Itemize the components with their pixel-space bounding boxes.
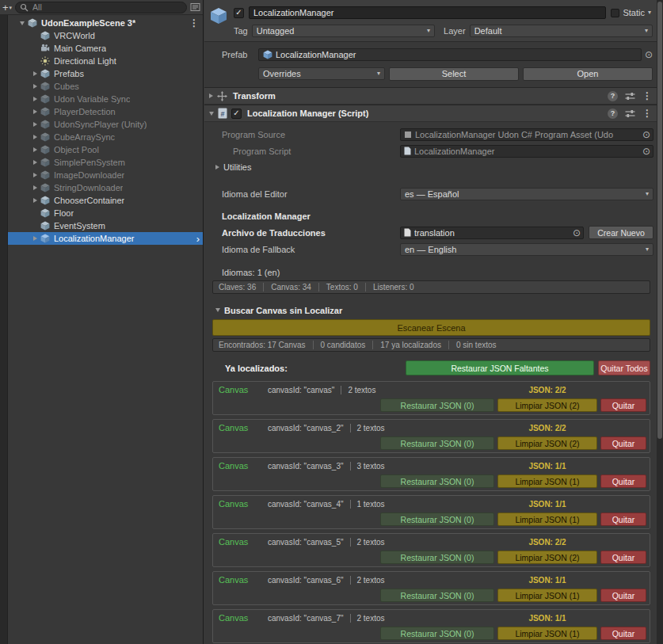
open-prefab-chevron-icon[interactable]: › [196,234,200,244]
clean-json-button[interactable]: Limpiar JSON (2) [497,398,597,412]
program-script-field[interactable]: LocalizationManager ⊙ [400,145,653,158]
hierarchy-item-udon-variable-sync[interactable]: Udon Variable Sync [8,93,203,105]
search-input[interactable] [31,2,182,13]
restore-json-button[interactable]: Restaurar JSON (0) [380,627,494,640]
expand-arrow-icon[interactable] [30,173,40,177]
hierarchy-item-stringdownloader[interactable]: StringDownloader [8,181,203,194]
scene-kebab-menu-icon[interactable]: ⋮ [189,18,199,28]
expand-arrow-icon[interactable] [30,109,40,114]
fallback-language-dropdown[interactable]: en — English ▾ [400,243,653,256]
gameobject-name-input[interactable] [249,6,606,19]
restore-missing-json-button[interactable]: Restaurar JSON Faltantes [406,360,594,375]
create-new-button[interactable]: Crear Nuevo [589,226,653,239]
hierarchy-item-object-pool[interactable]: Object Pool [8,143,203,156]
collapse-arrow-icon[interactable] [17,21,27,25]
target-picker-icon[interactable]: ⊙ [642,147,650,156]
clean-json-button[interactable]: Limpiar JSON (1) [497,474,597,488]
select-button[interactable]: Select [389,67,519,81]
expand-arrow-icon[interactable] [30,185,40,190]
hierarchy-item-choosercontainer[interactable]: ChooserContainer [8,194,203,207]
remove-canvas-button[interactable]: Quitar [600,436,646,450]
inspector-scrollbar[interactable] [657,0,663,644]
static-dropdown[interactable]: Static ▾ [611,8,653,17]
remove-all-button[interactable]: Quitar Todos [598,360,650,375]
script-component-header[interactable]: # ✓ Localization Manager (Script) ? ⋮ [204,105,657,122]
target-picker-icon[interactable]: ⊙ [642,130,650,139]
restore-json-button[interactable]: Restaurar JSON (0) [380,513,494,526]
hierarchy-item-floor[interactable]: Floor [8,207,203,219]
remove-canvas-button[interactable]: Quitar [600,589,646,602]
canvas-entry-id: canvasId: "canvas_6" [268,576,344,585]
scrollbar-thumb[interactable] [657,2,662,439]
hierarchy-item-eventsystem[interactable]: EventSystem [8,219,203,232]
hierarchy-item-cubearraysync[interactable]: CubeArraySync [8,131,203,143]
restore-json-button[interactable]: Restaurar JSON (0) [380,589,494,602]
hierarchy-item-simplepensystem[interactable]: SimplePenSystem [8,156,203,169]
kebab-menu-icon[interactable]: ⋮ [642,91,652,101]
editor-language-dropdown[interactable]: es — Español ▾ [400,188,653,200]
remove-canvas-button[interactable]: Quitar [600,398,646,412]
help-icon[interactable]: ? [608,109,618,119]
result-candidates: 0 candidatos [313,341,366,349]
restore-json-button[interactable]: Restaurar JSON (0) [380,398,494,412]
foldout-arrow-icon[interactable] [209,112,214,116]
hierarchy-item-playerdetection[interactable]: PlayerDetection [8,105,203,118]
expand-arrow-icon[interactable] [30,71,40,76]
remove-canvas-button[interactable]: Quitar [600,513,646,526]
remove-canvas-button[interactable]: Quitar [600,627,646,640]
hierarchy-item-directional-light[interactable]: Directional Light [8,55,203,67]
hierarchy-item-udonsyncplayer-unity[interactable]: UdonSyncPlayer (Unity) [8,118,203,131]
utilities-foldout[interactable]: Utilities [208,160,653,173]
gameobject-cube-icon[interactable] [208,6,229,37]
layer-dropdown[interactable]: Default ▾ [470,25,653,37]
expand-arrow-icon[interactable] [30,160,40,165]
component-enabled-checkbox[interactable]: ✓ [231,109,242,119]
hierarchy-search-field[interactable] [15,2,187,13]
expand-arrow-icon[interactable] [30,97,40,101]
prefab-target-picker-icon[interactable]: ⊙ [645,50,653,59]
target-picker-icon[interactable]: ⊙ [573,228,581,238]
kebab-menu-icon[interactable]: ⋮ [642,109,652,118]
expand-arrow-icon[interactable] [30,236,40,241]
clean-json-button[interactable]: Limpiar JSON (2) [497,551,597,564]
expand-arrow-icon[interactable] [30,135,40,139]
presets-icon[interactable] [625,109,635,118]
create-object-button[interactable]: + ▾ [2,2,12,13]
hierarchy-item-cubes[interactable]: Cubes [8,80,203,93]
hierarchy-item-prefabs[interactable]: Prefabs [8,67,203,80]
remove-canvas-button[interactable]: Quitar [600,474,646,488]
hierarchy-item-vrcworld[interactable]: VRCWorld [8,29,203,42]
clean-json-button[interactable]: Limpiar JSON (2) [497,436,597,450]
scan-scene-button[interactable]: Escanear Escena [212,319,650,336]
hierarchy-item-localizationmanager[interactable]: LocalizationManager› [8,232,203,245]
expand-arrow-icon[interactable] [30,147,40,152]
restore-json-button[interactable]: Restaurar JSON (0) [380,551,494,564]
tag-dropdown[interactable]: Untagged ▾ [252,25,435,37]
clean-json-button[interactable]: Limpiar JSON (1) [497,513,597,526]
hierarchy-item-imagedownloader[interactable]: ImageDownloader [8,169,203,181]
static-checkbox[interactable] [611,9,619,17]
remove-canvas-button[interactable]: Quitar [600,551,646,564]
help-icon[interactable]: ? [608,91,618,101]
scan-canvas-foldout[interactable]: Buscar Canvas sin Localizar [208,303,653,317]
hierarchy-item-main-camera[interactable]: Main Camera [8,42,203,55]
active-checkbox[interactable]: ✓ [234,8,244,18]
clean-json-button[interactable]: Limpiar JSON (1) [497,589,597,602]
prefab-object-field[interactable]: LocalizationManager [258,48,642,61]
restore-json-button[interactable]: Restaurar JSON (0) [380,436,494,450]
hierarchy-settings-icon[interactable] [190,2,200,12]
overrides-dropdown[interactable]: Overrides ▾ [258,67,385,80]
translation-file-field[interactable]: translation ⊙ [400,227,584,239]
presets-icon[interactable] [625,92,635,101]
clean-json-button[interactable]: Limpiar JSON (1) [497,627,597,640]
hierarchy-scrollbar[interactable] [0,15,8,644]
restore-json-button[interactable]: Restaurar JSON (0) [380,474,494,488]
expand-arrow-icon[interactable] [30,122,40,127]
foldout-arrow-icon[interactable] [209,93,213,98]
expand-arrow-icon[interactable] [30,198,40,203]
program-source-field[interactable]: LocalizationManager Udon C# Program Asse… [400,128,653,141]
expand-arrow-icon[interactable] [30,84,40,89]
hierarchy-scene-row[interactable]: UdonExampleScene 3* ⋮ [8,17,203,29]
open-button[interactable]: Open [523,67,653,81]
transform-component-header[interactable]: Transform ? ⋮ [204,87,657,105]
